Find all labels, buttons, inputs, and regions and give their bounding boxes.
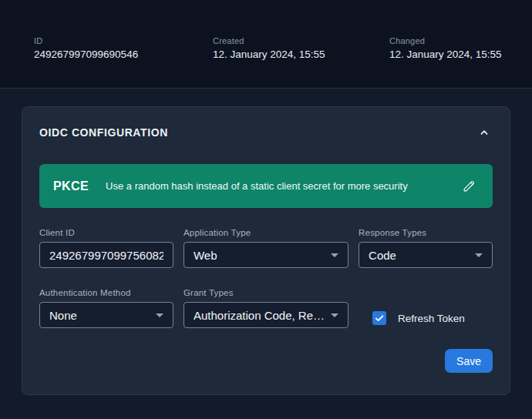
pkce-badge: PKCE — [53, 179, 89, 193]
save-button[interactable]: Save — [445, 349, 493, 373]
refresh-token-label[interactable]: Refresh Token — [398, 313, 465, 324]
grant-types-value: Authorization Code, Re… — [194, 309, 325, 322]
auth-method-field-group: Authentication Method None — [39, 288, 173, 328]
client-id-field-group: Client ID — [39, 228, 173, 268]
section-title: OIDC CONFIGURATION — [39, 126, 168, 139]
refresh-token-field-group: Refresh Token — [359, 308, 493, 328]
pencil-icon — [462, 179, 476, 193]
meta-changed: Changed 12. January 2024, 15:55 — [389, 36, 502, 88]
detail-header: ID 249267997099690546 Created 12. Januar… — [0, 0, 532, 89]
application-type-field-group: Application Type Web — [184, 228, 348, 268]
chevron-up-icon — [478, 126, 490, 139]
meta-created-value: 12. January 2024, 15:55 — [213, 49, 389, 60]
response-types-label: Response Types — [359, 228, 493, 237]
refresh-token-checkbox[interactable] — [372, 311, 386, 325]
chevron-down-icon — [331, 313, 338, 317]
oidc-config-card: OIDC CONFIGURATION PKCE Use a random has… — [22, 106, 510, 395]
meta-created: Created 12. January 2024, 15:55 — [213, 36, 389, 88]
collapse-button[interactable] — [476, 124, 493, 141]
client-id-label: Client ID — [39, 228, 173, 237]
chevron-down-icon — [156, 313, 163, 317]
oidc-form: Client ID Application Type Web Response … — [39, 228, 493, 328]
response-types-value: Code — [369, 249, 396, 262]
meta-id-value: 249267997099690546 — [34, 49, 213, 60]
checkmark-icon — [374, 313, 385, 323]
card-header: OIDC CONFIGURATION — [39, 124, 493, 141]
auth-method-select[interactable]: None — [39, 302, 173, 328]
auth-method-label: Authentication Method — [39, 288, 173, 297]
chevron-down-icon — [475, 253, 483, 257]
application-type-select[interactable]: Web — [184, 242, 348, 268]
grant-types-select[interactable]: Authorization Code, Re… — [184, 302, 348, 328]
pkce-banner: PKCE Use a random hash instead of a stat… — [39, 164, 493, 208]
auth-method-value: None — [49, 309, 77, 322]
edit-auth-method-button[interactable] — [459, 176, 479, 196]
meta-created-label: Created — [213, 36, 389, 45]
actions-row: Save — [39, 349, 493, 373]
grant-types-label: Grant Types — [184, 288, 348, 297]
client-id-input[interactable] — [39, 242, 173, 268]
meta-changed-label: Changed — [389, 36, 502, 45]
application-type-label: Application Type — [184, 228, 348, 237]
meta-id-label: ID — [34, 36, 213, 45]
meta-id: ID 249267997099690546 — [34, 36, 213, 88]
application-type-value: Web — [194, 249, 217, 262]
response-types-select[interactable]: Code — [359, 242, 493, 268]
response-types-field-group: Response Types Code — [359, 228, 493, 268]
chevron-down-icon — [331, 253, 338, 257]
meta-changed-value: 12. January 2024, 15:55 — [389, 49, 502, 60]
grant-types-field-group: Grant Types Authorization Code, Re… — [184, 288, 348, 328]
pkce-description: Use a random hash instead of a static cl… — [106, 180, 459, 192]
